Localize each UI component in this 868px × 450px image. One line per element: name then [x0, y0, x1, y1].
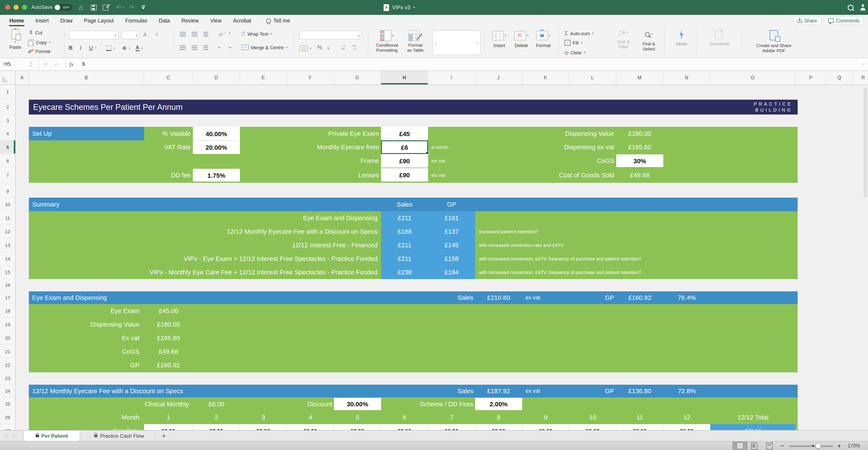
close-button[interactable]	[5, 5, 10, 10]
column-header-E[interactable]: E	[240, 71, 287, 84]
summary-sales-value[interactable]: £211	[381, 252, 428, 266]
row-header-1[interactable]: 1	[0, 85, 15, 100]
find-select-button[interactable]: ▾ Find &Select	[638, 30, 660, 51]
tab-acrobat[interactable]: Acrobat	[233, 15, 251, 27]
format-cells-button[interactable]: ▾ Format	[534, 31, 553, 48]
row-header-26[interactable]: 26	[0, 411, 15, 424]
accounting-format-button[interactable]: ▾	[299, 46, 311, 51]
cut-button[interactable]: Cut	[28, 30, 42, 35]
ideas-button[interactable]: Ideas	[671, 30, 692, 46]
undo-chevron-icon[interactable]: ▾	[123, 0, 125, 15]
delete-cells-button[interactable]: ✕▾ Delete	[512, 31, 531, 48]
column-header-O[interactable]: O	[710, 71, 796, 84]
row-header-14[interactable]: 14	[0, 252, 15, 266]
row-header-24[interactable]: 24	[0, 385, 15, 397]
document-title-group[interactable]: VIPx v3 ▾	[383, 0, 415, 15]
page-layout-view-button[interactable]	[751, 442, 757, 450]
row-header-12[interactable]: 12	[0, 225, 15, 238]
column-header-G[interactable]: G	[334, 71, 381, 84]
zoom-in-button[interactable]: +	[837, 442, 841, 450]
save-icon[interactable]	[91, 0, 97, 15]
name-box-spinner[interactable]: ▲▼	[30, 61, 32, 67]
row-header-27[interactable]: 27	[0, 424, 15, 430]
tab-page-layout[interactable]: Page Layout	[84, 15, 114, 27]
sensitivity-button[interactable]: ▾ Sensitivity	[704, 30, 736, 46]
row-header-6[interactable]: 6	[0, 154, 15, 168]
autosave-toggle[interactable]: OFF	[54, 4, 72, 10]
decrease-decimal-button[interactable]: .00→0	[352, 44, 356, 50]
vertical-scrollbar[interactable]	[864, 87, 867, 198]
eyecare-fee-cell[interactable]: £6.00	[287, 424, 334, 430]
redo-icon[interactable]: ↷	[129, 0, 134, 15]
page-break-view-button[interactable]	[766, 442, 773, 450]
summary-gp-value[interactable]: £137	[428, 225, 475, 238]
font-name-select[interactable]: ▾	[69, 31, 119, 39]
row-header-11[interactable]: 11	[0, 211, 15, 225]
home-icon[interactable]: ⌂	[79, 0, 83, 15]
row-header-13[interactable]: 13	[0, 238, 15, 252]
row-header-5[interactable]: 5	[0, 140, 15, 154]
sheet-next-icon[interactable]: ›	[13, 430, 15, 441]
cost-of-goods-sold-value[interactable]: £49.68	[616, 168, 663, 183]
edit-icon[interactable]	[102, 0, 108, 15]
font-size-select[interactable]: ▾	[121, 31, 140, 39]
summary-gp-value[interactable]: £158	[428, 252, 475, 266]
align-bottom-button[interactable]	[204, 32, 208, 36]
eye-exam-row-value[interactable]: £45.00	[144, 304, 193, 318]
sheet-prev-icon[interactable]: ‹	[5, 430, 7, 441]
row-header-19[interactable]: 19	[0, 318, 15, 331]
tab-review[interactable]: Review	[181, 15, 199, 27]
column-header-M[interactable]: M	[616, 71, 663, 84]
row-header-20[interactable]: 20	[0, 331, 15, 345]
italic-button[interactable]: I	[80, 44, 82, 51]
frame-value[interactable]: £90	[381, 154, 428, 168]
eyecare-fee-cell[interactable]: £6.00	[144, 424, 193, 430]
search-icon[interactable]	[848, 0, 854, 15]
row-header-15[interactable]: 15	[0, 266, 15, 279]
eye-exam-row-value[interactable]: £49.68	[144, 345, 193, 358]
row-header-22[interactable]: 22	[0, 358, 15, 372]
comments-button[interactable]: Comments	[824, 16, 864, 25]
column-header-D[interactable]: D	[193, 71, 240, 84]
format-as-table-button[interactable]: ▾ Formatas Table	[403, 30, 427, 53]
row-header-9[interactable]: 9	[0, 185, 15, 198]
summary-sales-value[interactable]: £188	[381, 225, 428, 238]
column-header-B[interactable]: B	[29, 71, 144, 84]
user-avatar[interactable]	[860, 0, 866, 15]
number-format-select[interactable]: ▾	[299, 31, 362, 39]
zoom-slider-knob[interactable]	[815, 443, 821, 449]
align-right-button[interactable]	[204, 46, 208, 50]
underline-button[interactable]: U▾	[89, 44, 97, 51]
eye-exam-row-value[interactable]: £160.92	[144, 358, 193, 372]
selected-cell-H5[interactable]: £6	[381, 140, 428, 154]
eyecare-fee-cell[interactable]: £6.00	[522, 424, 569, 430]
undo-icon[interactable]: ↶	[116, 0, 121, 15]
dispensing-ex-vat-value[interactable]: £165.60	[616, 140, 663, 154]
eye-exam-row-value[interactable]: £180.00	[144, 318, 193, 331]
tell-me-button[interactable]: Tell me	[266, 18, 290, 24]
discount-value[interactable]: 30.00%	[334, 398, 381, 410]
insert-cells-button[interactable]: ←▾ Insert	[490, 31, 508, 48]
eyecare-fee-cell[interactable]: £6.00	[616, 424, 663, 430]
zoom-slider[interactable]	[789, 445, 833, 447]
formula-bar-expand-icon[interactable]: ˅	[863, 58, 865, 70]
row-header-7[interactable]: 7	[0, 168, 15, 183]
summary-gp-value[interactable]: £145	[428, 238, 475, 252]
eyecare-fee-cell[interactable]: £6.00	[381, 424, 428, 430]
select-all-corner[interactable]	[0, 71, 16, 85]
tab-insert[interactable]: Insert	[35, 15, 49, 27]
row-header-21[interactable]: 21	[0, 345, 15, 358]
eyecare-fee-cell[interactable]: £6.00	[569, 424, 616, 430]
row-header-8[interactable]	[0, 183, 15, 185]
fill-color-button[interactable]: ▾	[122, 46, 130, 51]
customize-toolbar-icon[interactable]	[142, 0, 145, 15]
zoom-out-button[interactable]: −	[781, 442, 784, 450]
adobe-pdf-button[interactable]: Create and ShareAdobe PDF	[748, 30, 799, 53]
column-header-C[interactable]: C	[144, 71, 193, 84]
lenses-value[interactable]: £90	[381, 168, 428, 182]
tab-view[interactable]: View	[210, 15, 222, 27]
copy-button[interactable]: Copy ▾	[28, 39, 51, 45]
tab-draw[interactable]: Draw	[60, 15, 72, 27]
align-left-button[interactable]	[180, 46, 186, 50]
column-header-F[interactable]: F	[287, 71, 334, 84]
